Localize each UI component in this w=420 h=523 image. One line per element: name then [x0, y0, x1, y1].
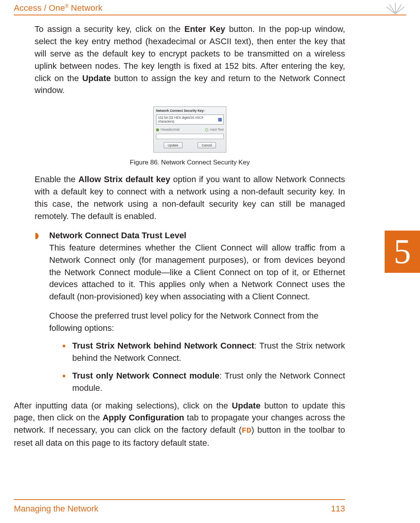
- dialog-cancel-button[interactable]: Cancel: [198, 142, 216, 148]
- header-title-pre: Access / One: [14, 3, 65, 13]
- bold-update-2: Update: [232, 401, 261, 410]
- bold-enter-key: Enter Key: [184, 24, 225, 34]
- dialog-key-input[interactable]: [156, 134, 224, 139]
- brand-logo-icon: [385, 1, 406, 15]
- header-title-post: Network: [68, 3, 102, 13]
- chapter-number: 5: [394, 232, 411, 271]
- radio-ascii[interactable]: Ascii Text: [205, 128, 224, 131]
- fd-button-label: FD: [242, 426, 251, 435]
- footer-section-title: Managing the Network: [14, 504, 98, 514]
- dialog-title: Network Connect Security Key:: [156, 109, 224, 113]
- header-rule: [14, 15, 406, 15]
- dropdown-caret-icon: [218, 118, 222, 121]
- footer-rule: [14, 499, 345, 500]
- paragraph-enter-key: To assign a security key, click on the E…: [35, 23, 345, 96]
- dialog-update-button[interactable]: Update: [164, 142, 183, 148]
- sub-bullet-trust-network: Trust Strix Network behind Network Conne…: [62, 340, 345, 364]
- page-header: Access / One® Network: [14, 3, 406, 18]
- radio-hexadecimal[interactable]: Hexadecimal: [156, 128, 179, 131]
- bullet-trust-level: Network Connect Data Trust Level This fe…: [35, 229, 345, 334]
- paragraph-allow-strix: Enable the Allow Strix default key optio…: [35, 173, 345, 222]
- bold-apply-config: Apply Configuration: [103, 413, 184, 422]
- dialog-select[interactable]: 152 bit (32 HEX digits/16 ASCII characte…: [156, 115, 224, 125]
- bullet-para-2: Choose the preferred trust level policy …: [49, 310, 345, 334]
- bold-update: Update: [82, 73, 111, 83]
- figure-86: Network Connect Security Key: 152 bit (3…: [35, 106, 345, 166]
- sub-bullet-trust-module: Trust only Network Connect module: Trust…: [62, 370, 345, 394]
- sub-bullet-list: Trust Strix Network behind Network Conne…: [35, 340, 345, 394]
- chapter-tab: 5: [385, 231, 420, 273]
- figure-dialog-box: Network Connect Security Key: 152 bit (3…: [153, 106, 226, 153]
- bullet-header: Network Connect Data Trust Level: [49, 229, 345, 242]
- paragraph-after-input: After inputting data (or making selectio…: [14, 400, 345, 449]
- figure-caption: Figure 86. Network Connect Security Key: [35, 159, 345, 166]
- bullet-para-1: This feature determines whether the Clie…: [49, 242, 345, 303]
- header-title: Access / One® Network: [14, 3, 103, 13]
- body-content: To assign a security key, click on the E…: [35, 23, 345, 456]
- header-title-sup: ®: [65, 3, 68, 9]
- footer-page-number: 113: [331, 504, 345, 514]
- bold-allow-strix: Allow Strix default key: [78, 174, 170, 184]
